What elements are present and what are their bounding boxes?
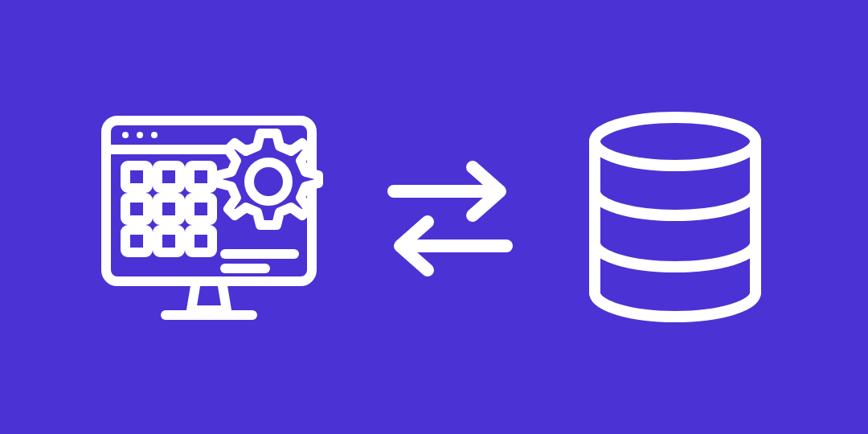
svg-point-3 bbox=[137, 132, 143, 138]
svg-rect-7 bbox=[190, 166, 212, 188]
computer-gear-icon bbox=[88, 96, 330, 338]
svg-point-4 bbox=[151, 132, 158, 138]
svg-rect-5 bbox=[125, 166, 148, 188]
svg-rect-8 bbox=[125, 198, 148, 220]
database-icon bbox=[571, 96, 780, 338]
svg-point-18 bbox=[249, 162, 288, 201]
svg-rect-11 bbox=[125, 230, 148, 252]
svg-rect-13 bbox=[190, 230, 212, 252]
svg-rect-6 bbox=[158, 166, 180, 188]
svg-rect-9 bbox=[158, 198, 180, 220]
svg-point-21 bbox=[595, 117, 755, 166]
sync-arrows-icon bbox=[370, 137, 530, 297]
svg-point-2 bbox=[122, 132, 129, 138]
svg-rect-10 bbox=[190, 198, 212, 220]
svg-rect-12 bbox=[158, 230, 180, 252]
